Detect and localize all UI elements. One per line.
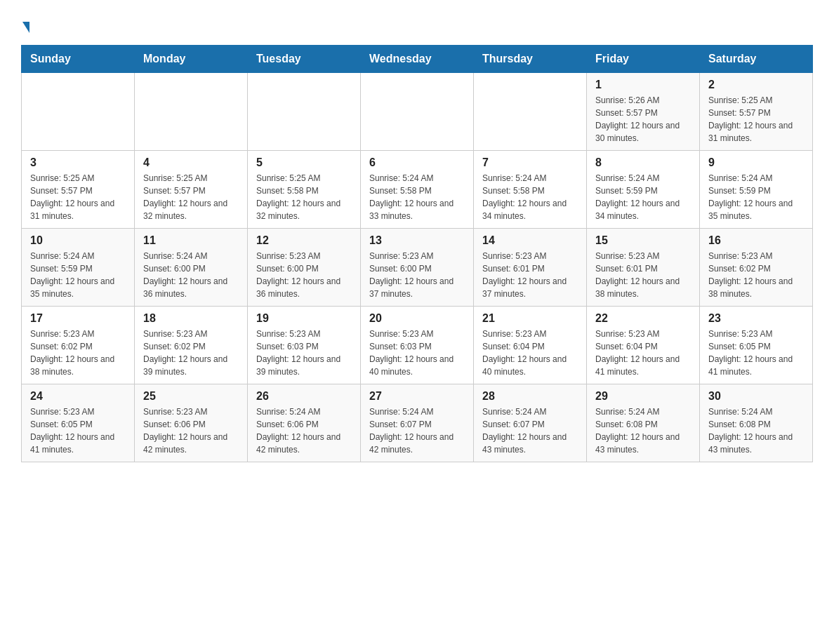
day-cell: 26Sunrise: 5:24 AMSunset: 6:06 PMDayligh… xyxy=(248,384,361,462)
day-cell: 25Sunrise: 5:23 AMSunset: 6:06 PMDayligh… xyxy=(135,384,248,462)
day-number: 15 xyxy=(595,234,691,247)
week-row-4: 17Sunrise: 5:23 AMSunset: 6:02 PMDayligh… xyxy=(22,307,813,384)
day-cell: 4Sunrise: 5:25 AMSunset: 5:57 PMDaylight… xyxy=(135,151,248,229)
day-number: 26 xyxy=(256,390,352,403)
day-cell xyxy=(474,73,587,151)
day-info: Sunrise: 5:25 AMSunset: 5:57 PMDaylight:… xyxy=(30,172,126,222)
logo xyxy=(21,14,29,34)
week-row-5: 24Sunrise: 5:23 AMSunset: 6:05 PMDayligh… xyxy=(22,384,813,462)
header-cell-thursday: Thursday xyxy=(474,46,587,73)
day-number: 30 xyxy=(708,390,804,403)
day-cell: 3Sunrise: 5:25 AMSunset: 5:57 PMDaylight… xyxy=(22,151,135,229)
day-cell: 18Sunrise: 5:23 AMSunset: 6:02 PMDayligh… xyxy=(135,307,248,384)
day-number: 2 xyxy=(708,79,804,91)
day-info: Sunrise: 5:23 AMSunset: 6:01 PMDaylight:… xyxy=(482,250,578,300)
day-info: Sunrise: 5:23 AMSunset: 6:05 PMDaylight:… xyxy=(708,328,804,378)
day-cell: 23Sunrise: 5:23 AMSunset: 6:05 PMDayligh… xyxy=(700,307,813,384)
day-cell: 30Sunrise: 5:24 AMSunset: 6:08 PMDayligh… xyxy=(700,384,813,462)
day-info: Sunrise: 5:24 AMSunset: 5:58 PMDaylight:… xyxy=(482,172,578,222)
day-info: Sunrise: 5:24 AMSunset: 6:07 PMDaylight:… xyxy=(369,405,465,456)
day-number: 19 xyxy=(256,312,352,325)
day-info: Sunrise: 5:23 AMSunset: 6:06 PMDaylight:… xyxy=(143,405,239,456)
day-info: Sunrise: 5:24 AMSunset: 6:00 PMDaylight:… xyxy=(143,250,239,300)
day-number: 8 xyxy=(595,156,691,169)
day-info: Sunrise: 5:25 AMSunset: 5:57 PMDaylight:… xyxy=(708,94,804,145)
day-info: Sunrise: 5:23 AMSunset: 6:04 PMDaylight:… xyxy=(482,328,578,378)
day-info: Sunrise: 5:26 AMSunset: 5:57 PMDaylight:… xyxy=(595,94,691,145)
day-cell: 13Sunrise: 5:23 AMSunset: 6:00 PMDayligh… xyxy=(361,229,474,307)
day-number: 18 xyxy=(143,312,239,325)
day-number: 22 xyxy=(595,312,691,325)
day-cell: 24Sunrise: 5:23 AMSunset: 6:05 PMDayligh… xyxy=(22,384,135,462)
day-number: 13 xyxy=(369,234,465,247)
day-cell: 10Sunrise: 5:24 AMSunset: 5:59 PMDayligh… xyxy=(22,229,135,307)
logo-triangle-icon xyxy=(22,22,29,33)
day-cell: 6Sunrise: 5:24 AMSunset: 5:58 PMDaylight… xyxy=(361,151,474,229)
day-number: 29 xyxy=(595,390,691,403)
day-info: Sunrise: 5:23 AMSunset: 6:04 PMDaylight:… xyxy=(595,328,691,378)
week-row-2: 3Sunrise: 5:25 AMSunset: 5:57 PMDaylight… xyxy=(22,151,813,229)
header-cell-friday: Friday xyxy=(587,46,700,73)
day-cell: 1Sunrise: 5:26 AMSunset: 5:57 PMDaylight… xyxy=(587,73,700,151)
day-cell: 7Sunrise: 5:24 AMSunset: 5:58 PMDaylight… xyxy=(474,151,587,229)
day-number: 25 xyxy=(143,390,239,403)
day-info: Sunrise: 5:25 AMSunset: 5:57 PMDaylight:… xyxy=(143,172,239,222)
day-cell xyxy=(22,73,135,151)
day-number: 17 xyxy=(30,312,126,325)
day-info: Sunrise: 5:25 AMSunset: 5:58 PMDaylight:… xyxy=(256,172,352,222)
day-cell: 12Sunrise: 5:23 AMSunset: 6:00 PMDayligh… xyxy=(248,229,361,307)
day-number: 21 xyxy=(482,312,578,325)
header-cell-wednesday: Wednesday xyxy=(361,46,474,73)
header xyxy=(21,14,813,34)
week-row-1: 1Sunrise: 5:26 AMSunset: 5:57 PMDaylight… xyxy=(22,73,813,151)
day-info: Sunrise: 5:24 AMSunset: 6:08 PMDaylight:… xyxy=(708,405,804,456)
day-cell: 21Sunrise: 5:23 AMSunset: 6:04 PMDayligh… xyxy=(474,307,587,384)
day-cell: 16Sunrise: 5:23 AMSunset: 6:02 PMDayligh… xyxy=(700,229,813,307)
day-cell: 17Sunrise: 5:23 AMSunset: 6:02 PMDayligh… xyxy=(22,307,135,384)
day-number: 4 xyxy=(143,156,239,169)
day-cell: 15Sunrise: 5:23 AMSunset: 6:01 PMDayligh… xyxy=(587,229,700,307)
day-number: 23 xyxy=(708,312,804,325)
day-number: 20 xyxy=(369,312,465,325)
day-cell: 19Sunrise: 5:23 AMSunset: 6:03 PMDayligh… xyxy=(248,307,361,384)
day-info: Sunrise: 5:23 AMSunset: 6:02 PMDaylight:… xyxy=(708,250,804,300)
day-number: 24 xyxy=(30,390,126,403)
day-cell: 14Sunrise: 5:23 AMSunset: 6:01 PMDayligh… xyxy=(474,229,587,307)
header-cell-tuesday: Tuesday xyxy=(248,46,361,73)
header-row: SundayMondayTuesdayWednesdayThursdayFrid… xyxy=(22,46,813,73)
day-info: Sunrise: 5:23 AMSunset: 6:00 PMDaylight:… xyxy=(256,250,352,300)
day-info: Sunrise: 5:24 AMSunset: 5:58 PMDaylight:… xyxy=(369,172,465,222)
header-cell-monday: Monday xyxy=(135,46,248,73)
day-number: 6 xyxy=(369,156,465,169)
day-cell: 9Sunrise: 5:24 AMSunset: 5:59 PMDaylight… xyxy=(700,151,813,229)
day-cell: 11Sunrise: 5:24 AMSunset: 6:00 PMDayligh… xyxy=(135,229,248,307)
day-number: 14 xyxy=(482,234,578,247)
day-cell: 8Sunrise: 5:24 AMSunset: 5:59 PMDaylight… xyxy=(587,151,700,229)
day-info: Sunrise: 5:23 AMSunset: 6:03 PMDaylight:… xyxy=(256,328,352,378)
day-info: Sunrise: 5:23 AMSunset: 6:02 PMDaylight:… xyxy=(30,328,126,378)
day-cell: 22Sunrise: 5:23 AMSunset: 6:04 PMDayligh… xyxy=(587,307,700,384)
day-cell: 28Sunrise: 5:24 AMSunset: 6:07 PMDayligh… xyxy=(474,384,587,462)
day-number: 11 xyxy=(143,234,239,247)
day-cell: 27Sunrise: 5:24 AMSunset: 6:07 PMDayligh… xyxy=(361,384,474,462)
day-info: Sunrise: 5:23 AMSunset: 6:02 PMDaylight:… xyxy=(143,328,239,378)
day-number: 3 xyxy=(30,156,126,169)
day-info: Sunrise: 5:24 AMSunset: 6:06 PMDaylight:… xyxy=(256,405,352,456)
day-number: 12 xyxy=(256,234,352,247)
day-number: 28 xyxy=(482,390,578,403)
day-cell xyxy=(248,73,361,151)
day-info: Sunrise: 5:23 AMSunset: 6:03 PMDaylight:… xyxy=(369,328,465,378)
day-info: Sunrise: 5:23 AMSunset: 6:01 PMDaylight:… xyxy=(595,250,691,300)
day-number: 9 xyxy=(708,156,804,169)
day-number: 1 xyxy=(595,79,691,91)
day-info: Sunrise: 5:24 AMSunset: 6:07 PMDaylight:… xyxy=(482,405,578,456)
day-cell: 20Sunrise: 5:23 AMSunset: 6:03 PMDayligh… xyxy=(361,307,474,384)
calendar-table: SundayMondayTuesdayWednesdayThursdayFrid… xyxy=(21,45,813,462)
day-info: Sunrise: 5:24 AMSunset: 5:59 PMDaylight:… xyxy=(708,172,804,222)
day-info: Sunrise: 5:24 AMSunset: 5:59 PMDaylight:… xyxy=(30,250,126,300)
day-cell xyxy=(361,73,474,151)
day-number: 5 xyxy=(256,156,352,169)
day-cell: 5Sunrise: 5:25 AMSunset: 5:58 PMDaylight… xyxy=(248,151,361,229)
week-row-3: 10Sunrise: 5:24 AMSunset: 5:59 PMDayligh… xyxy=(22,229,813,307)
day-number: 27 xyxy=(369,390,465,403)
